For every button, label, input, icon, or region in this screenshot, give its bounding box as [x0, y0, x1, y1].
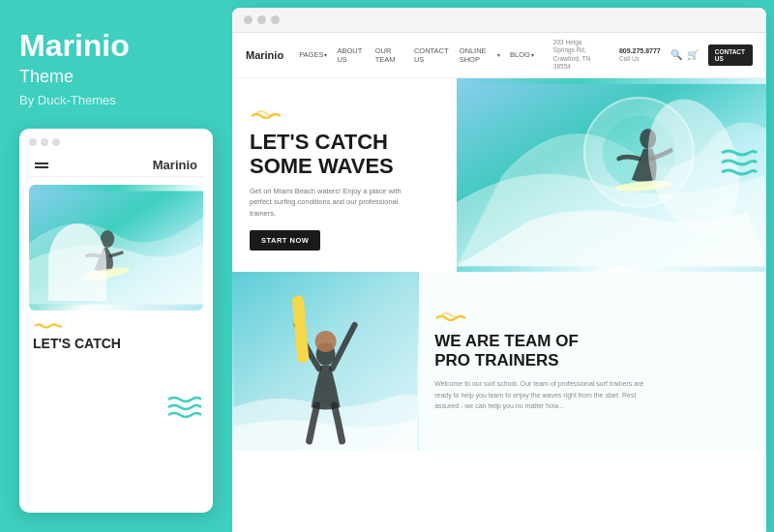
site-navigation: Marinio PAGES ▾ ABOUT US OUR TEAM CONTAC… — [232, 33, 766, 78]
site-logo: Marinio — [246, 49, 283, 61]
second-yellow-wave — [434, 311, 751, 326]
teal-wave-decoration — [720, 146, 759, 184]
nav-phone-block: 809.275.8777 Call Us — [619, 46, 661, 64]
nav-pages: PAGES ▾ — [299, 50, 327, 59]
theme-author: By Duck-Themes — [19, 93, 213, 107]
phone-number: 809.275.8777 — [619, 46, 661, 55]
second-section-subtitle: Welcome to our surf school. Our team of … — [434, 378, 647, 411]
mobile-yellow-wave — [29, 318, 203, 334]
nav-address-block: 203 Helga Springs Rd, Crawford, TN 38554 — [553, 39, 602, 72]
second-section: WE ARE TEAM OF PRO TRAINERS Welcome to o… — [232, 272, 766, 451]
surf-wave-svg — [29, 185, 203, 310]
hero-subtitle: Get on Miami Beach waters! Enjoy a place… — [250, 186, 424, 219]
nav-about: ABOUT US — [337, 46, 365, 64]
browser-dot-3 — [271, 15, 280, 24]
mobile-surf-image — [29, 185, 203, 310]
nav-icon-group: 🔍 🛒 — [670, 49, 699, 60]
mobile-preview-card: Marinio — [19, 129, 213, 513]
teal-zigzag-svg — [720, 146, 759, 180]
nav-team: OUR TEAM — [375, 46, 404, 64]
theme-title-block: Marinio Theme By Duck-Themes — [19, 29, 213, 129]
mobile-nav-bar: Marinio — [29, 154, 203, 177]
second-section-text: WE ARE TEAM OF PRO TRAINERS Welcome to o… — [419, 272, 766, 451]
nav-blog: BLOG ▾ — [510, 50, 534, 59]
dot-3 — [52, 138, 60, 146]
start-now-button[interactable]: START NOW — [250, 230, 320, 251]
browser-preview: Marinio PAGES ▾ ABOUT US OUR TEAM CONTAC… — [232, 8, 766, 532]
website-content: Marinio PAGES ▾ ABOUT US OUR TEAM CONTAC… — [232, 33, 766, 532]
svg-point-6 — [640, 129, 656, 149]
address-line1: 203 Helga Springs Rd, — [553, 39, 602, 55]
second-wave-svg — [434, 311, 469, 323]
browser-dot-1 — [244, 15, 253, 24]
second-surf-image — [232, 272, 419, 451]
yellow-wave-svg — [33, 321, 64, 331]
second-surfer-svg — [232, 272, 419, 451]
search-icon[interactable]: 🔍 — [670, 49, 682, 60]
hero-yellow-wave-decoration — [250, 109, 439, 124]
svg-point-11 — [315, 331, 337, 352]
dot-1 — [29, 138, 37, 146]
address-line2: Crawford, TN 38554 — [553, 55, 602, 72]
svg-point-1 — [101, 230, 114, 248]
left-panel: Marinio Theme By Duck-Themes Marinio — [0, 0, 232, 532]
hamburger-icon — [35, 163, 48, 168]
phone-label: Call Us — [619, 55, 640, 63]
mobile-logo: Marinio — [153, 158, 197, 172]
contact-us-button[interactable]: CONTACT US — [708, 44, 753, 66]
hero-wave-svg — [250, 109, 284, 121]
dot-2 — [41, 138, 48, 146]
window-dots — [29, 138, 203, 146]
cart-icon[interactable]: 🛒 — [687, 49, 699, 60]
mobile-headline: LET'S CATCH — [29, 336, 203, 351]
hero-title: LET'S CATCH SOME WAVES — [250, 130, 439, 179]
hero-section: LET'S CATCH SOME WAVES Get on Miami Beac… — [232, 78, 766, 272]
zigzag-svg — [166, 394, 201, 423]
nav-contact: CONTACT US — [414, 46, 450, 64]
nav-shop: ONLINE SHOP ▾ — [460, 46, 500, 64]
theme-name: Marinio — [19, 29, 213, 63]
theme-subtitle: Theme — [19, 67, 213, 87]
browser-dot-2 — [257, 15, 266, 24]
second-section-title: WE ARE TEAM OF PRO TRAINERS — [434, 332, 751, 371]
wave-decoration-mobile — [166, 394, 201, 426]
hero-text: LET'S CATCH SOME WAVES Get on Miami Beac… — [232, 78, 457, 272]
browser-chrome-bar — [232, 8, 766, 33]
hero-surf-image — [457, 78, 766, 272]
